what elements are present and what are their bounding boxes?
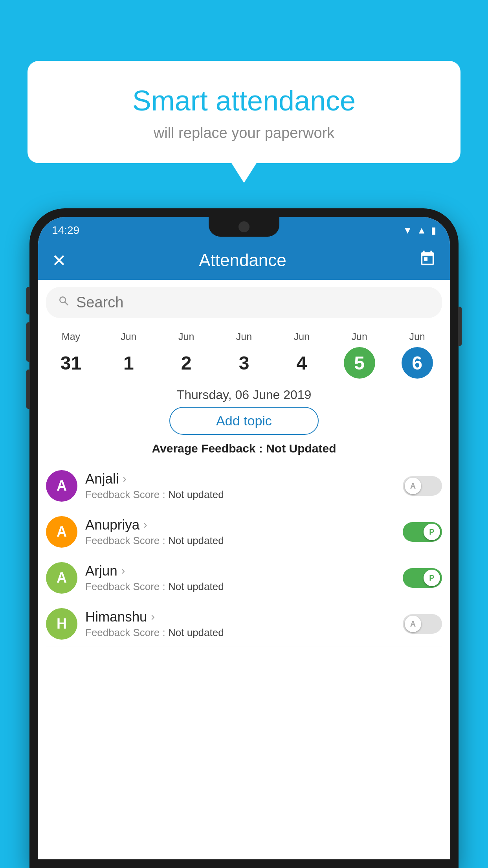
search-input[interactable] [76, 294, 430, 311]
volume-down-button [26, 322, 30, 362]
avatar: A [46, 470, 77, 502]
attendance-toggle[interactable]: A [403, 476, 442, 496]
status-time: 14:29 [52, 224, 79, 237]
phone-frame: 14:29 ▼ ▲ ▮ ✕ Attendance [29, 208, 459, 868]
power-button [458, 307, 462, 346]
speech-bubble-container: Smart attendance will replace your paper… [28, 61, 460, 163]
app-bar: ✕ Attendance [38, 241, 450, 280]
calendar-day[interactable]: Jun4 [273, 331, 330, 379]
search-icon [58, 295, 70, 311]
student-name: Anupriya [85, 517, 139, 533]
close-button[interactable]: ✕ [52, 250, 66, 270]
chevron-right-icon: › [121, 565, 125, 577]
avatar: A [46, 516, 77, 548]
avatar: H [46, 608, 77, 640]
phone-notch [209, 217, 279, 237]
selected-date-label: Thursday, 06 June 2019 [38, 388, 450, 402]
attendance-toggle[interactable]: P [403, 568, 442, 588]
volume-up-button [26, 287, 30, 314]
toggle-knob: A [405, 616, 421, 632]
signal-icon: ▲ [417, 225, 426, 236]
phone-screen: 14:29 ▼ ▲ ▮ ✕ Attendance [38, 217, 450, 859]
list-item[interactable]: AAnupriya›Feedback Score : Not updatedP [46, 509, 442, 555]
calendar-button[interactable] [419, 250, 436, 271]
avg-feedback-label: Average Feedback : [152, 442, 266, 455]
search-bar[interactable] [46, 287, 442, 318]
calendar-day[interactable]: Jun6 [388, 331, 446, 379]
attendance-toggle[interactable]: P [403, 522, 442, 542]
chevron-right-icon: › [123, 473, 127, 485]
avg-feedback-value: Not Updated [266, 442, 336, 455]
student-name: Himanshu [85, 609, 147, 625]
speech-bubble: Smart attendance will replace your paper… [28, 61, 460, 163]
status-icons: ▼ ▲ ▮ [403, 225, 436, 236]
student-feedback: Feedback Score : Not updated [85, 535, 403, 547]
list-item[interactable]: AArjun›Feedback Score : Not updatedP [46, 555, 442, 601]
phone-camera [238, 221, 250, 232]
list-item[interactable]: AAnjali›Feedback Score : Not updatedA [46, 463, 442, 509]
student-feedback: Feedback Score : Not updated [85, 581, 403, 593]
toggle-knob: A [405, 478, 421, 494]
add-topic-button[interactable]: Add topic [169, 407, 319, 435]
student-feedback: Feedback Score : Not updated [85, 627, 403, 639]
toggle-knob: P [424, 570, 440, 586]
student-name: Arjun [85, 563, 117, 579]
chevron-right-icon: › [151, 611, 155, 623]
calendar-day[interactable]: Jun5 [330, 331, 388, 379]
calendar-day[interactable]: Jun3 [215, 331, 273, 379]
battery-icon: ▮ [431, 225, 436, 236]
app-bar-title: Attendance [199, 250, 286, 270]
list-item[interactable]: HHimanshu›Feedback Score : Not updatedA [46, 601, 442, 647]
calendar-strip: May31Jun1Jun2Jun3Jun4Jun5Jun6 [38, 325, 450, 381]
calendar-day[interactable]: Jun2 [158, 331, 215, 379]
calendar-day[interactable]: May31 [42, 331, 100, 379]
speech-bubble-title: Smart attendance [47, 85, 441, 117]
toggle-knob: P [424, 524, 440, 540]
student-list: AAnjali›Feedback Score : Not updatedAAAn… [38, 463, 450, 647]
avatar: A [46, 562, 77, 594]
speech-bubble-subtitle: will replace your paperwork [47, 125, 441, 142]
wifi-icon: ▼ [403, 225, 412, 236]
student-feedback: Feedback Score : Not updated [85, 489, 403, 501]
student-name: Anjali [85, 471, 119, 487]
camera-button [26, 370, 30, 409]
attendance-toggle[interactable]: A [403, 614, 442, 634]
calendar-day[interactable]: Jun1 [100, 331, 158, 379]
chevron-right-icon: › [143, 519, 147, 531]
avg-feedback: Average Feedback : Not Updated [38, 442, 450, 455]
